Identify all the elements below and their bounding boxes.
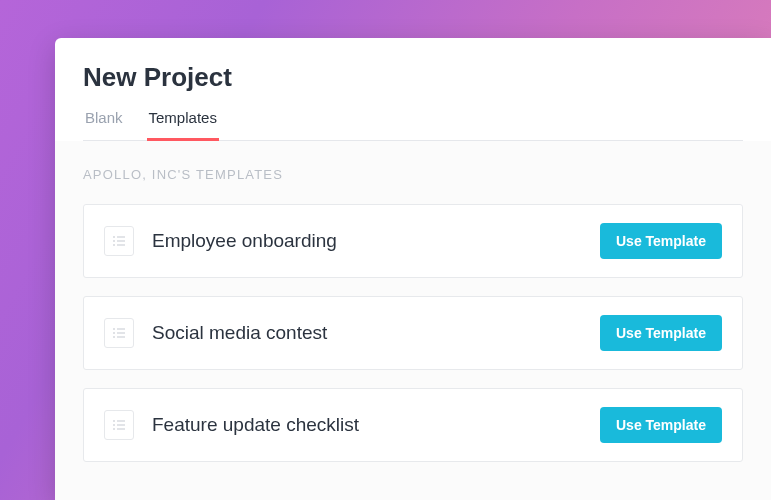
svg-point-16: [113, 428, 115, 430]
tab-blank[interactable]: Blank: [83, 109, 125, 141]
section-label: APOLLO, INC'S TEMPLATES: [83, 167, 743, 182]
list-icon: [104, 318, 134, 348]
svg-point-2: [113, 240, 115, 242]
page-title: New Project: [83, 62, 743, 93]
panel-header: New Project Blank Templates: [55, 38, 771, 141]
svg-rect-9: [117, 332, 125, 333]
list-icon: [104, 410, 134, 440]
svg-point-6: [113, 328, 115, 330]
svg-rect-7: [117, 328, 125, 329]
svg-rect-1: [117, 236, 125, 237]
template-name: Social media contest: [152, 322, 327, 344]
svg-point-0: [113, 236, 115, 238]
template-name: Employee onboarding: [152, 230, 337, 252]
svg-rect-11: [117, 336, 125, 337]
template-name: Feature update checklist: [152, 414, 359, 436]
tabs: Blank Templates: [83, 109, 743, 141]
svg-point-12: [113, 420, 115, 422]
svg-rect-3: [117, 240, 125, 241]
list-icon: [104, 226, 134, 256]
panel-body: APOLLO, INC'S TEMPLATES Employee onboard…: [55, 141, 771, 500]
template-left: Feature update checklist: [104, 410, 359, 440]
svg-rect-17: [117, 428, 125, 429]
svg-point-14: [113, 424, 115, 426]
use-template-button[interactable]: Use Template: [600, 407, 722, 443]
template-left: Social media contest: [104, 318, 327, 348]
svg-rect-13: [117, 420, 125, 421]
svg-rect-15: [117, 424, 125, 425]
template-row: Feature update checklist Use Template: [83, 388, 743, 462]
template-row: Social media contest Use Template: [83, 296, 743, 370]
svg-point-4: [113, 244, 115, 246]
svg-point-8: [113, 332, 115, 334]
use-template-button[interactable]: Use Template: [600, 223, 722, 259]
tab-templates[interactable]: Templates: [147, 109, 219, 141]
template-row: Employee onboarding Use Template: [83, 204, 743, 278]
use-template-button[interactable]: Use Template: [600, 315, 722, 351]
template-left: Employee onboarding: [104, 226, 337, 256]
new-project-panel: New Project Blank Templates APOLLO, INC'…: [55, 38, 771, 500]
svg-point-10: [113, 336, 115, 338]
svg-rect-5: [117, 244, 125, 245]
